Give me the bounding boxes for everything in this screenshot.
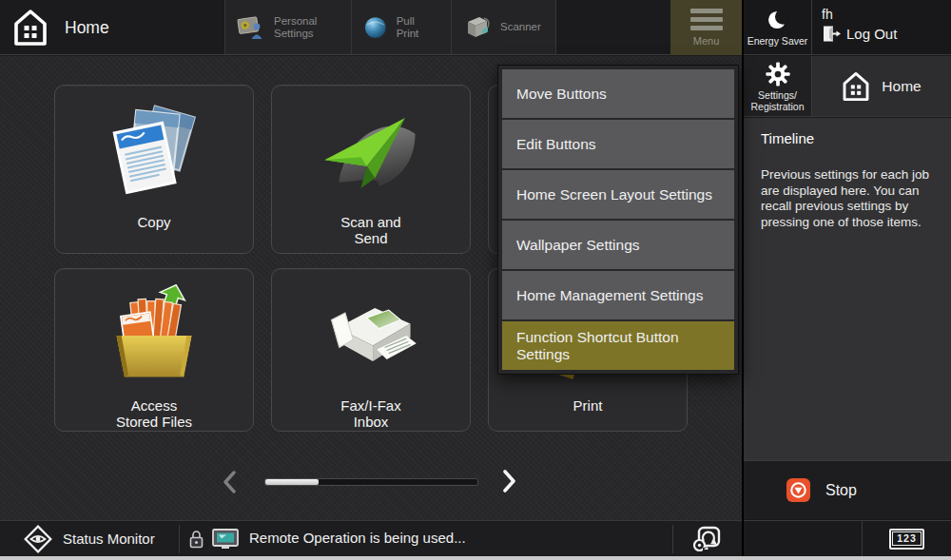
remote-operation-message: Remote Operation is being used... bbox=[249, 530, 466, 546]
sidebar-top-row: Energy Saver fh Log Out bbox=[744, 0, 951, 55]
menu-item-function-shortcut-button-settings[interactable]: Function Shortcut Button Settings bbox=[502, 321, 734, 370]
sidebar-home-label: Home bbox=[882, 78, 921, 95]
menu-item-home-management-settings[interactable]: Home Management Settings bbox=[502, 271, 734, 319]
menu-button[interactable]: Menu bbox=[670, 0, 742, 55]
tile-scan-and-send[interactable]: Scan and Send bbox=[271, 85, 471, 254]
home-icon bbox=[842, 71, 870, 102]
menu-dropdown: Move Buttons Edit Buttons Home Screen La… bbox=[497, 65, 739, 375]
tile-label: Copy bbox=[55, 215, 253, 231]
tab-label: Personal Settings bbox=[274, 15, 317, 40]
tile-label: Fax/I-Fax Inbox bbox=[272, 398, 470, 430]
username: fh bbox=[822, 7, 951, 22]
page-progress-fill bbox=[265, 479, 319, 485]
pull-print-icon bbox=[363, 15, 388, 40]
menu-button-label: Menu bbox=[693, 35, 720, 47]
counter-123-icon: 123 bbox=[889, 529, 925, 550]
status-monitor-button[interactable]: Status Monitor bbox=[23, 521, 155, 556]
menu-item-wallpaper-settings[interactable]: Wallpaper Settings bbox=[502, 221, 734, 269]
access-stored-files-icon bbox=[103, 284, 205, 387]
stop-button[interactable]: Stop bbox=[744, 460, 951, 519]
logout-button[interactable]: fh Log Out bbox=[812, 0, 951, 54]
sidebar-second-row: Settings/ Registration Home bbox=[744, 56, 951, 117]
scanner-icon bbox=[463, 14, 492, 41]
top-bar: Home Personal Settings Pul bbox=[0, 0, 742, 55]
page-title: Home bbox=[65, 18, 109, 38]
page-progress-track[interactable] bbox=[264, 478, 478, 486]
stop-label: Stop bbox=[825, 482, 857, 499]
sidebar-bottom-empty-cell bbox=[744, 521, 862, 556]
tile-label: Print bbox=[489, 398, 687, 415]
timeline-description: Previous settings for each job are displ… bbox=[761, 167, 943, 230]
counter-check-icon bbox=[691, 525, 722, 553]
sidebar-home-button[interactable]: Home bbox=[812, 56, 951, 116]
device-screen: Home Personal Settings Pul bbox=[0, 0, 951, 560]
tab-label: Pull Print bbox=[397, 15, 439, 40]
menu-item-home-screen-layout-settings[interactable]: Home Screen Layout Settings bbox=[502, 170, 734, 219]
menu-item-move-buttons[interactable]: Move Buttons bbox=[502, 69, 734, 118]
counter-key-button[interactable]: 123 bbox=[863, 521, 951, 556]
tile-label: Access Stored Files bbox=[55, 398, 253, 430]
home-screen-area: Copy Scan and Send bbox=[0, 56, 742, 521]
status-monitor-icon bbox=[23, 524, 53, 554]
divider bbox=[179, 525, 180, 553]
screen-bezel bbox=[0, 556, 951, 560]
right-sidebar: Energy Saver fh Log Out bbox=[742, 0, 951, 556]
divider bbox=[672, 525, 673, 553]
remote-monitor-icon bbox=[211, 521, 240, 556]
stop-icon bbox=[786, 478, 810, 502]
tile-fax-inbox[interactable]: Fax/I-Fax Inbox bbox=[271, 268, 471, 432]
copy-icon bbox=[103, 101, 205, 207]
remote-lock-icon bbox=[188, 521, 204, 556]
tile-access-stored-files[interactable]: Access Stored Files bbox=[54, 268, 254, 432]
current-screen-header: Home bbox=[13, 9, 109, 47]
timeline-panel: Timeline Previous settings for each job … bbox=[744, 118, 951, 460]
tab-pull-print[interactable]: Pull Print bbox=[351, 0, 451, 54]
personal-settings-icon bbox=[237, 14, 265, 41]
hamburger-icon bbox=[690, 9, 723, 30]
status-bar: Status Monitor Remote Operation is being… bbox=[0, 520, 742, 556]
scan-and-send-icon bbox=[319, 101, 423, 207]
timeline-title: Timeline bbox=[761, 130, 940, 146]
energy-saver-button[interactable]: Energy Saver bbox=[744, 0, 811, 54]
settings-registration-label: Settings/ Registration bbox=[750, 89, 804, 112]
sidebar-bottom-row: 123 bbox=[744, 520, 951, 556]
tile-label: Scan and Send bbox=[272, 215, 470, 246]
status-monitor-label: Status Monitor bbox=[63, 531, 155, 547]
shortcut-tabs: Personal Settings Pull Print bbox=[224, 0, 556, 54]
moon-icon bbox=[766, 8, 790, 32]
counter-123-label: 123 bbox=[892, 531, 922, 546]
tab-scanner[interactable]: Scanner bbox=[451, 0, 556, 54]
energy-saver-label: Energy Saver bbox=[747, 35, 808, 47]
tab-personal-settings[interactable]: Personal Settings bbox=[224, 0, 351, 54]
page-next-button[interactable] bbox=[501, 468, 518, 494]
page-prev-button[interactable] bbox=[221, 469, 238, 495]
menu-item-edit-buttons[interactable]: Edit Buttons bbox=[502, 120, 734, 168]
tile-copy[interactable]: Copy bbox=[54, 85, 254, 254]
home-icon bbox=[13, 9, 48, 47]
gear-icon bbox=[765, 61, 791, 87]
logout-label: Log Out bbox=[846, 26, 897, 42]
counter-check-button[interactable] bbox=[691, 521, 722, 556]
fax-inbox-icon bbox=[318, 284, 424, 387]
logout-icon bbox=[822, 25, 841, 43]
settings-registration-button[interactable]: Settings/ Registration bbox=[744, 56, 811, 116]
tab-label: Scanner bbox=[500, 21, 541, 33]
